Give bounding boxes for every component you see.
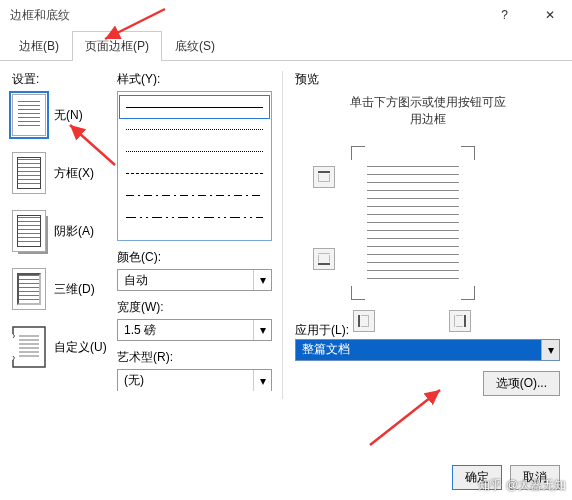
question-icon: ? xyxy=(501,8,508,22)
zhihu-icon: 知乎 xyxy=(478,477,502,494)
svg-rect-13 xyxy=(329,255,330,262)
preview-header: 预览 xyxy=(295,71,560,88)
border-bottom-button[interactable] xyxy=(313,248,335,270)
preview-page[interactable] xyxy=(353,148,473,298)
svg-rect-15 xyxy=(368,315,369,327)
width-label: 宽度(W): xyxy=(117,299,272,316)
style-option-dashdotdot[interactable] xyxy=(120,206,269,228)
svg-rect-21 xyxy=(456,326,463,327)
svg-rect-18 xyxy=(464,315,466,327)
border-right-icon xyxy=(453,314,467,328)
svg-rect-9 xyxy=(329,174,330,181)
svg-rect-7 xyxy=(318,181,330,182)
svg-rect-12 xyxy=(318,255,319,262)
style-option-dotted[interactable] xyxy=(120,140,269,162)
style-option-dotted-fine[interactable] xyxy=(120,118,269,140)
setting-box[interactable]: 方框(X) xyxy=(12,152,107,194)
border-bottom-icon xyxy=(317,252,331,266)
style-listbox[interactable] xyxy=(117,91,272,241)
svg-rect-17 xyxy=(361,326,368,327)
style-option-dashed[interactable] xyxy=(120,162,269,184)
art-label: 艺术型(R): xyxy=(117,349,272,366)
setting-none-label: 无(N) xyxy=(54,107,83,124)
svg-rect-20 xyxy=(456,315,463,316)
apply-value: 整篇文档 xyxy=(302,341,350,358)
setting-threed[interactable]: 三维(D) xyxy=(12,268,107,310)
style-option-dashdot[interactable] xyxy=(120,184,269,206)
style-option-solid[interactable] xyxy=(120,96,269,118)
art-value: (无) xyxy=(124,372,144,389)
titlebar: 边框和底纹 ? ✕ xyxy=(0,0,572,30)
border-left-icon xyxy=(357,314,371,328)
border-right-button[interactable] xyxy=(449,310,471,332)
settings-column: 设置: 无(N) 方框(X) 阴影(A) 三维(D) 自定义(U) xyxy=(12,71,107,399)
svg-rect-6 xyxy=(318,171,330,173)
tab-strip: 边框(B) 页面边框(P) 底纹(S) xyxy=(0,30,572,61)
setting-custom-icon xyxy=(12,326,46,368)
svg-rect-16 xyxy=(361,315,368,316)
style-column: 样式(Y): 颜色(C): 自动 ▾ 宽度(W): 1.5 磅 ▾ xyxy=(117,71,272,399)
setting-shadow[interactable]: 阴影(A) xyxy=(12,210,107,252)
chevron-down-icon: ▾ xyxy=(253,370,271,391)
close-icon: ✕ xyxy=(545,8,555,22)
setting-box-icon xyxy=(12,152,46,194)
svg-rect-14 xyxy=(358,315,360,327)
apply-label: 应用于(L): xyxy=(295,323,349,337)
width-combo[interactable]: 1.5 磅 ▾ xyxy=(117,319,272,341)
color-combo[interactable]: 自动 ▾ xyxy=(117,269,272,291)
settings-header: 设置: xyxy=(12,71,107,88)
setting-threed-label: 三维(D) xyxy=(54,281,95,298)
setting-box-label: 方框(X) xyxy=(54,165,94,182)
color-value: 自动 xyxy=(124,272,148,289)
close-button[interactable]: ✕ xyxy=(527,0,572,30)
preview-area xyxy=(295,138,560,318)
setting-shadow-icon xyxy=(12,210,46,252)
setting-custom-label: 自定义(U) xyxy=(54,339,107,356)
border-top-icon xyxy=(317,170,331,184)
tab-border[interactable]: 边框(B) xyxy=(6,31,72,61)
svg-rect-19 xyxy=(454,315,455,327)
tab-shading[interactable]: 底纹(S) xyxy=(162,31,228,61)
color-label: 颜色(C): xyxy=(117,249,272,266)
setting-none-icon xyxy=(12,94,46,136)
tab-page-border[interactable]: 页面边框(P) xyxy=(72,31,162,61)
width-value: 1.5 磅 xyxy=(124,322,156,339)
window-title: 边框和底纹 xyxy=(10,7,482,24)
chevron-down-icon: ▾ xyxy=(541,340,559,360)
setting-custom[interactable]: 自定义(U) xyxy=(12,326,107,368)
style-label: 样式(Y): xyxy=(117,71,272,88)
svg-rect-11 xyxy=(318,253,330,254)
preview-hint: 单击下方图示或使用按钮可应 用边框 xyxy=(295,94,560,128)
svg-rect-10 xyxy=(318,263,330,265)
art-combo[interactable]: (无) ▾ xyxy=(117,369,272,391)
dialog-body: 设置: 无(N) 方框(X) 阴影(A) 三维(D) 自定义(U) 样式(Y): xyxy=(0,61,572,399)
help-button[interactable]: ? xyxy=(482,0,527,30)
apply-combo[interactable]: 整篇文档 ▾ xyxy=(295,339,560,361)
setting-none[interactable]: 无(N) xyxy=(12,94,107,136)
chevron-down-icon: ▾ xyxy=(253,270,271,290)
border-top-button[interactable] xyxy=(313,166,335,188)
options-button[interactable]: 选项(O)... xyxy=(483,371,560,396)
watermark: 知乎 @大器无知 xyxy=(478,477,566,494)
setting-shadow-label: 阴影(A) xyxy=(54,223,94,240)
setting-threed-icon xyxy=(12,268,46,310)
svg-rect-8 xyxy=(318,174,319,181)
preview-column: 预览 单击下方图示或使用按钮可应 用边框 应 xyxy=(282,71,560,399)
border-left-button[interactable] xyxy=(353,310,375,332)
chevron-down-icon: ▾ xyxy=(253,320,271,340)
